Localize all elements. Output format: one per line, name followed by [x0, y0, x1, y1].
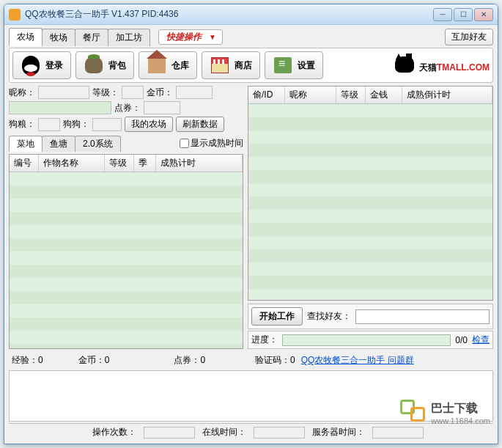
ops-field — [144, 427, 195, 438]
qq-penguin-icon — [21, 55, 41, 76]
nickname-label: 昵称： — [9, 87, 35, 99]
progress-label: 进度： — [251, 334, 278, 346]
app-window: QQ农牧餐三合一助手 V1.437 PID:4436 ─ ☐ ✕ 农场 牧场 餐… — [4, 4, 498, 444]
server-field — [372, 427, 424, 438]
crop-table-header: 编号 作物名称 等级 季 成熟计时 — [10, 155, 243, 172]
th-crop[interactable]: 作物名称 — [39, 155, 105, 172]
find-friend-input[interactable] — [355, 309, 490, 324]
subtab-sys20[interactable]: 2.0系统 — [75, 136, 121, 152]
tmall-en: TMALL.COM — [437, 62, 490, 73]
tmall-logo: 天猫TMALL.COM — [393, 55, 490, 76]
online-field — [254, 427, 305, 438]
titlebar[interactable]: QQ农牧餐三合一助手 V1.437 PID:4436 ─ ☐ ✕ — [4, 4, 498, 25]
progress-value: 0/0 — [455, 335, 468, 345]
subtab-pond[interactable]: 鱼塘 — [42, 136, 75, 152]
left-panel: 昵称： 等级： 金币： 点券： 狗粮： 狗狗： 我的农 — [9, 86, 243, 349]
tab-restaurant[interactable]: 餐厅 — [75, 29, 108, 46]
online-label: 在线时间： — [202, 426, 246, 438]
gold-status: 金币：0 — [78, 354, 110, 367]
nickname-field — [38, 86, 89, 99]
settings-label: 设置 — [298, 59, 315, 72]
bag-button[interactable]: 背包 — [75, 51, 134, 79]
right-panel: 偷/ID 昵称 等级 金钱 成熟倒计时 开始工作 查找好友： 进度： — [248, 86, 493, 349]
server-label: 服务器时间： — [312, 426, 365, 438]
body-row: 昵称： 等级： 金币： 点券： 狗粮： 狗狗： 我的农 — [9, 86, 493, 349]
login-button[interactable]: 登录 — [12, 51, 71, 79]
maximize-button[interactable]: ☐ — [454, 8, 473, 21]
dog-field — [92, 118, 122, 131]
progress-row: 进度： 0/0 检查 — [248, 331, 493, 349]
th-money[interactable]: 金钱 — [366, 87, 402, 103]
friend-table-header: 偷/ID 昵称 等级 金钱 成熟倒计时 — [248, 87, 492, 104]
shop-button[interactable]: 商店 — [202, 51, 260, 79]
tab-farm[interactable]: 农场 — [9, 28, 43, 46]
shop-icon — [210, 55, 230, 76]
level-field — [122, 86, 144, 99]
check-link[interactable]: 检查 — [472, 334, 490, 346]
tab-pasture[interactable]: 牧场 — [42, 29, 75, 46]
myfarm-button[interactable]: 我的农场 — [125, 117, 173, 132]
th-countdown[interactable]: 成熟倒计时 — [402, 87, 492, 103]
login-label: 登录 — [45, 59, 63, 72]
gold-field — [176, 86, 213, 99]
add-friend-button[interactable]: 互加好友 — [445, 29, 493, 45]
start-work-button[interactable]: 开始工作 — [251, 307, 303, 326]
tab-workshop[interactable]: 加工坊 — [108, 29, 150, 46]
show-mature-check[interactable] — [180, 139, 189, 148]
progress-bar — [282, 334, 451, 346]
refresh-button[interactable]: 刷新数据 — [176, 117, 224, 132]
th-level2[interactable]: 等级 — [336, 87, 366, 103]
show-mature-checkbox[interactable]: 显示成熟时间 — [180, 137, 243, 150]
watermark: 巴士下载 www.11684.com — [400, 400, 490, 426]
dog-label: 狗狗： — [63, 118, 89, 131]
th-id[interactable]: 编号 — [10, 155, 39, 172]
show-mature-label: 显示成熟时间 — [191, 137, 243, 150]
coupon-label: 点券： — [114, 102, 141, 114]
th-level[interactable]: 等级 — [105, 155, 134, 172]
gold-label: 金币： — [147, 87, 173, 99]
toolbar: 登录 背包 仓库 商店 设置 天猫TMALL.COM — [9, 48, 493, 83]
watermark-text: 巴士下载 — [431, 401, 490, 416]
work-row: 开始工作 查找好友： — [248, 304, 493, 329]
app-icon — [9, 9, 21, 21]
coupon-field — [144, 101, 180, 114]
captcha-status: 验证码：0 — [255, 354, 295, 367]
th-nickname[interactable]: 昵称 — [285, 87, 336, 103]
exp-bar — [9, 101, 111, 114]
exp-status: 经验：0 — [12, 354, 43, 367]
settings-button[interactable]: 设置 — [265, 51, 323, 79]
coupon-status: 点券：0 — [174, 354, 205, 367]
level-label: 等级： — [92, 87, 119, 99]
main-tabs: 农场 牧场 餐厅 加工坊 快捷操作 ▼ 互加好友 — [9, 28, 493, 46]
house-icon — [147, 55, 167, 76]
th-steal[interactable]: 偷/ID — [248, 87, 285, 103]
chevron-down-icon: ▼ — [206, 33, 219, 41]
th-mature[interactable]: 成熟计时 — [156, 155, 243, 172]
friend-table: 偷/ID 昵称 等级 金钱 成熟倒计时 — [248, 86, 493, 301]
help-link[interactable]: QQ农牧餐三合一助手 问题群 — [301, 354, 414, 367]
watermark-url: www.11684.com — [431, 416, 490, 425]
subtab-field[interactable]: 菜地 — [9, 136, 43, 152]
bag-label: 背包 — [108, 59, 126, 72]
th-season[interactable]: 季 — [134, 155, 156, 172]
dogfood-field — [38, 118, 60, 131]
crop-table: 编号 作物名称 等级 季 成熟计时 — [9, 154, 243, 349]
ops-label: 操作次数： — [92, 426, 136, 438]
warehouse-label: 仓库 — [171, 59, 189, 72]
dogfood-label: 狗粮： — [9, 118, 35, 131]
warehouse-button[interactable]: 仓库 — [139, 51, 197, 79]
status-row: 经验：0 金币：0 点券：0 验证码：0 QQ农牧餐三合一助手 问题群 — [9, 352, 493, 369]
settings-icon — [273, 55, 293, 76]
shop-label: 商店 — [235, 59, 252, 72]
titlebar-text: QQ农牧餐三合一助手 V1.437 PID:4436 — [25, 8, 433, 21]
subtabs: 菜地 鱼塘 2.0系统 — [9, 136, 120, 152]
watermark-icon — [400, 400, 427, 426]
quick-operation-dropdown[interactable]: 快捷操作 ▼ — [158, 29, 223, 45]
tmall-cat-icon — [393, 55, 416, 76]
content-area: 农场 牧场 餐厅 加工坊 快捷操作 ▼ 互加好友 登录 背包 仓库 — [4, 25, 498, 444]
crop-table-body[interactable] — [10, 172, 243, 348]
find-friend-label: 查找好友： — [307, 310, 351, 323]
close-button[interactable]: ✕ — [474, 8, 493, 21]
friend-table-body[interactable] — [248, 104, 492, 300]
minimize-button[interactable]: ─ — [433, 8, 452, 21]
